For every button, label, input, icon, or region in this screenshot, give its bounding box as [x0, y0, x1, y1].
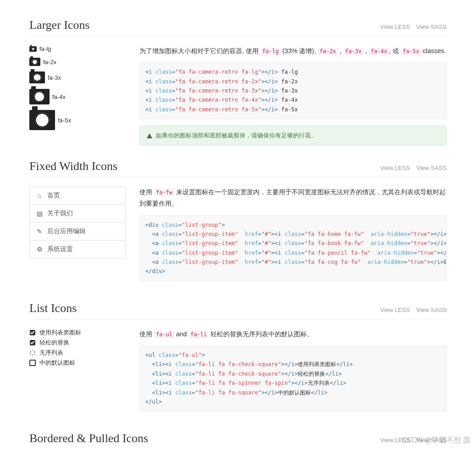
- fa-li-label: 中的默认图标: [39, 359, 75, 367]
- section-title-list: List Icons: [29, 301, 77, 315]
- section-title-larger: Larger Icons: [29, 18, 90, 32]
- list-group-label: 后台应用编辑: [47, 227, 86, 235]
- fixed-desc: 使用 fa-fw 来设置图标在一个固定宽度内，主要用于不同宽度图标无法对齐的情况…: [139, 186, 447, 209]
- larger-alert: 如果你的图标顶部和底部被裁剪掉，请确保你有足够的行高。: [139, 126, 447, 146]
- home-icon: [36, 192, 43, 199]
- size-label: fa-2x: [43, 59, 56, 66]
- larger-code: <i class="fa fa-camera-retro fa-lg"></i>…: [139, 62, 447, 119]
- camera-retro-icon: [29, 110, 55, 130]
- fixed-code: <div class="list-group"> <a class="list-…: [139, 215, 447, 281]
- list-group-label: 关于我们: [47, 209, 73, 218]
- camera-retro-icon: [29, 71, 45, 83]
- view-links: View LESS View SASS: [376, 23, 447, 30]
- list-group-example: 首页关于我们后台应用编辑系统设置: [29, 186, 126, 258]
- size-example-fa-3x: fa-3x: [29, 71, 126, 83]
- book-icon: [36, 210, 43, 217]
- fa-ul-example: 使用列表类图标轻松的替换无序列表中的默认图标: [29, 329, 126, 367]
- fa-li-item: 使用列表类图标: [29, 329, 126, 337]
- view-sass-link[interactable]: View SASS: [416, 164, 447, 171]
- section-title-fixed: Fixed Width Icons: [29, 159, 117, 173]
- camera-retro-icon: [29, 58, 40, 66]
- size-label: fa-lg: [39, 45, 51, 52]
- camera-retro-icon: [29, 46, 37, 52]
- fa-li-item: 无序列表: [29, 349, 126, 357]
- square-icon: [29, 360, 36, 366]
- check-square-icon: [30, 330, 35, 335]
- fa-li-label: 使用列表类图标: [39, 329, 81, 337]
- camera-retro-icon: [29, 89, 50, 104]
- spinner-icon: [30, 350, 35, 356]
- size-label: fa-5x: [58, 117, 71, 124]
- list-group-item[interactable]: 首页: [30, 187, 125, 205]
- fa-li-item: 轻松的替换: [29, 339, 126, 347]
- fa-li-label: 无序列表: [39, 349, 63, 357]
- view-sass-link[interactable]: View SASS: [416, 307, 447, 313]
- list-group-label: 系统设置: [47, 245, 73, 253]
- size-label: fa-4x: [52, 93, 66, 100]
- section-title-bordered: Bordered & Pulled Icons: [29, 432, 148, 445]
- list-group-item[interactable]: 后台应用编辑: [30, 223, 125, 241]
- list-desc: 使用 fa-ul and fa-li 轻松的替换无序列表中的默认图标。: [139, 329, 447, 340]
- fa-li-item: 中的默认图标: [29, 359, 126, 367]
- view-less-link[interactable]: View LESS: [380, 23, 410, 30]
- list-group-label: 首页: [47, 192, 60, 200]
- list-group-item[interactable]: 系统设置: [30, 241, 125, 258]
- size-label: fa-3x: [48, 74, 61, 81]
- view-less-link[interactable]: View LESS: [380, 307, 410, 313]
- size-example-fa-4x: fa-4x: [29, 89, 126, 104]
- fa-li-label: 轻松的替换: [39, 339, 69, 347]
- size-example-fa-lg: fa-lg: [29, 45, 126, 52]
- size-example-fa-2x: fa-2x: [29, 58, 126, 66]
- view-sass-link[interactable]: View SASS: [416, 437, 447, 444]
- warning-icon: [147, 133, 152, 138]
- list-group-item[interactable]: 关于我们: [30, 205, 125, 223]
- check-square-icon: [30, 340, 35, 345]
- view-sass-link[interactable]: View SASS: [416, 23, 447, 30]
- view-less-link[interactable]: View LESS: [380, 437, 410, 444]
- larger-desc: 为了增加图标大小相对于它们的容器, 使用 fa-lg (33% 递增), fa-…: [139, 45, 447, 57]
- view-less-link[interactable]: View LESS: [380, 164, 410, 171]
- size-example-fa-5x: fa-5x: [29, 110, 126, 130]
- pencil-icon: [36, 228, 43, 235]
- list-code: <ul class="fa-ul"> <li><i class="fa-li f…: [139, 345, 447, 411]
- cog-icon: [36, 246, 43, 253]
